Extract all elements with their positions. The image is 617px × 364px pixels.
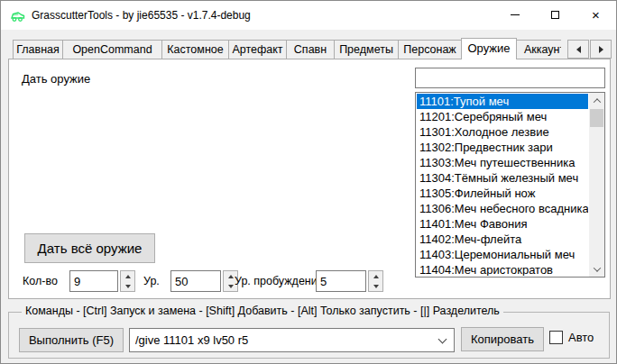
tab-3[interactable]: Артефакт bbox=[228, 40, 287, 59]
arrow-right-icon bbox=[599, 46, 603, 53]
weapon-list-item[interactable]: 11306:Меч небесного всадника bbox=[417, 201, 588, 216]
arrow-left-icon bbox=[576, 46, 581, 53]
close-icon: × bbox=[592, 8, 600, 22]
tab-6[interactable]: Персонаж bbox=[398, 40, 462, 59]
maximize-icon bbox=[551, 11, 559, 19]
weapon-list-item[interactable]: 11301:Холодное лезвие bbox=[417, 124, 588, 140]
copy-command-button[interactable]: Копировать bbox=[461, 327, 544, 351]
weapon-list-item[interactable]: 11304:Тёмный железный меч bbox=[417, 170, 588, 186]
commands-group-title: Команды - [Ctrl] Запуск и замена - [Shif… bbox=[22, 305, 503, 317]
refinement-input[interactable] bbox=[316, 270, 366, 292]
auto-checkbox-label: Авто bbox=[568, 328, 594, 347]
tab-2[interactable]: Кастомное bbox=[161, 40, 229, 59]
tab-5[interactable]: Предметы bbox=[334, 40, 399, 59]
weapon-list-item[interactable]: 11201:Серебряный меч bbox=[417, 109, 588, 124]
weapon-list-item[interactable]: 11302:Предвестник зари bbox=[417, 140, 588, 155]
minimize-icon bbox=[511, 14, 520, 15]
scroll-up-button[interactable] bbox=[589, 93, 604, 108]
weapon-list-item[interactable]: 11402:Меч-флейта bbox=[417, 232, 588, 247]
spin-up-button[interactable] bbox=[369, 271, 382, 281]
weapon-list: 11101:Тупой меч11201:Серебряный меч11301… bbox=[415, 92, 605, 278]
weapon-filter-input[interactable] bbox=[415, 68, 605, 88]
weapon-list-item[interactable]: 11401:Меч Фавония bbox=[417, 216, 588, 232]
window-title: GrasscutterTools - by jie65535 - v1.7.4-… bbox=[32, 1, 251, 30]
app-logo-icon bbox=[10, 8, 25, 23]
count-input[interactable] bbox=[69, 270, 118, 292]
tab-8[interactable]: Аккаунт bbox=[516, 40, 561, 59]
tab-0[interactable]: Главная bbox=[13, 40, 63, 59]
app-window: GrasscutterTools - by jie65535 - v1.7.4-… bbox=[0, 0, 617, 364]
spin-down-button[interactable] bbox=[369, 281, 382, 291]
level-label: Ур. bbox=[143, 270, 160, 292]
tab-strip: ГлавнаяOpenCommandКастомноеАртефактСпавн… bbox=[13, 38, 560, 59]
count-stepper bbox=[69, 270, 135, 292]
weapon-params-row: Кол-во Ур. Ур. пробуждения bbox=[9, 270, 610, 292]
spin-up-icon bbox=[228, 275, 234, 278]
tab-scroll-buttons bbox=[566, 40, 612, 59]
count-spin-buttons bbox=[120, 270, 135, 292]
command-text: /give 11101 x9 lv50 r5 bbox=[135, 329, 430, 351]
give-all-weapons-button[interactable]: Дать всё оружие bbox=[24, 233, 155, 263]
weapon-list-item[interactable]: 11101:Тупой меч bbox=[417, 94, 588, 109]
weapon-list-item[interactable]: 11303:Меч путешественника bbox=[417, 155, 588, 170]
tab-7[interactable]: Оружие bbox=[461, 38, 517, 59]
spin-down-icon bbox=[125, 285, 131, 288]
weapon-list-scrollbar[interactable] bbox=[589, 93, 604, 277]
spin-up-button[interactable] bbox=[121, 271, 134, 281]
chevron-up-icon bbox=[593, 98, 600, 105]
maximize-button[interactable] bbox=[535, 1, 576, 29]
chevron-down-icon bbox=[438, 335, 447, 344]
run-command-button[interactable]: Выполнить (F5) bbox=[19, 328, 124, 352]
weapon-list-rows: 11101:Тупой меч11201:Серебряный меч11301… bbox=[417, 94, 588, 276]
spin-down-icon bbox=[228, 285, 234, 288]
level-input[interactable] bbox=[170, 270, 221, 292]
spin-down-icon bbox=[373, 285, 379, 288]
title-bar: GrasscutterTools - by jie65535 - v1.7.4-… bbox=[1, 1, 616, 30]
weapon-tab-page: Дать оружие 11101:Тупой меч11201:Серебря… bbox=[8, 59, 611, 299]
refinement-label: Ур. пробуждения bbox=[235, 270, 324, 292]
weapon-list-item[interactable]: 11305:Филейный нож bbox=[417, 186, 588, 201]
give-weapon-label: Дать оружие bbox=[22, 72, 90, 86]
scrollbar-thumb[interactable] bbox=[590, 109, 603, 127]
minimize-button[interactable] bbox=[494, 1, 535, 29]
tab-1[interactable]: OpenCommand bbox=[62, 40, 162, 59]
close-button[interactable]: × bbox=[576, 1, 616, 29]
tab-scroll-left-button[interactable] bbox=[567, 40, 589, 59]
tab-scroll-right-button[interactable] bbox=[590, 40, 612, 59]
command-combobox[interactable]: /give 11101 x9 lv50 r5 bbox=[129, 328, 455, 352]
weapon-list-item[interactable]: 11403:Церемониальный меч bbox=[417, 247, 588, 262]
level-stepper bbox=[170, 270, 238, 292]
refinement-spin-buttons bbox=[368, 270, 383, 292]
spin-up-icon bbox=[125, 275, 131, 278]
auto-checkbox[interactable] bbox=[549, 331, 563, 344]
refinement-stepper bbox=[316, 270, 383, 292]
tab-4[interactable]: Спавн bbox=[286, 40, 335, 59]
spin-down-button[interactable] bbox=[121, 281, 134, 291]
spin-up-icon bbox=[373, 275, 379, 278]
count-label: Кол-во bbox=[23, 270, 58, 292]
